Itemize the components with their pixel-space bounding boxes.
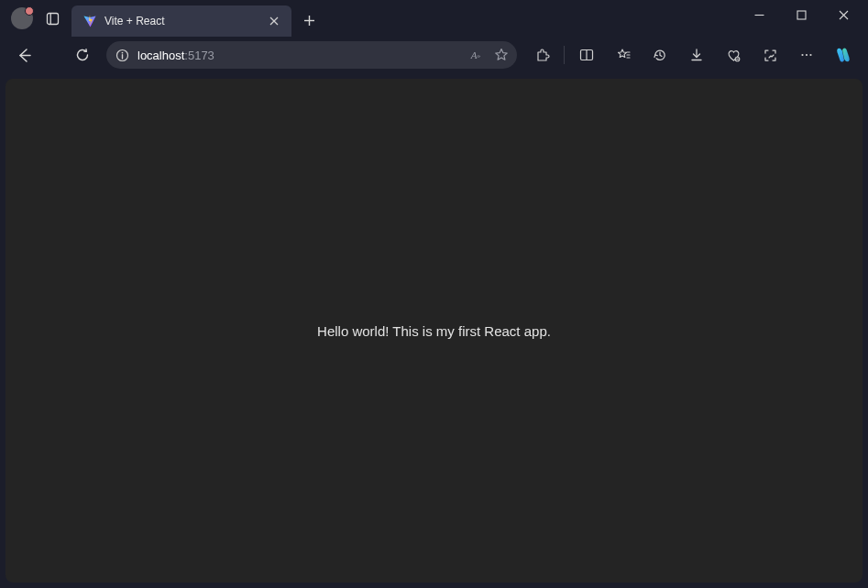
addressbar-right: A» (467, 47, 510, 63)
page-text: Hello world! This is my first React app. (317, 323, 551, 339)
read-aloud-button[interactable]: A» (467, 47, 484, 63)
copilot-icon (833, 45, 853, 65)
titlebar-left (4, 5, 66, 32)
close-window-button[interactable] (822, 0, 864, 29)
profile-avatar[interactable] (11, 7, 33, 29)
split-screen-button[interactable] (569, 40, 604, 70)
content-area: Hello world! This is my first React app. (0, 73, 868, 588)
history-button[interactable] (643, 40, 677, 70)
plus-icon (303, 15, 315, 27)
address-bar[interactable]: localhost:5173 A» (106, 41, 517, 69)
vite-favicon-icon (82, 14, 97, 28)
close-icon (269, 16, 279, 26)
refresh-icon (75, 48, 90, 62)
favorites-button[interactable] (606, 40, 641, 70)
titlebar: Vite + React (0, 0, 868, 37)
history-icon (653, 48, 667, 62)
extensions-icon (534, 48, 550, 63)
settings-menu-button[interactable] (789, 40, 824, 70)
screenshot-icon (763, 48, 778, 63)
svg-point-12 (121, 51, 123, 53)
download-icon (689, 48, 704, 62)
copilot-button[interactable] (826, 40, 861, 70)
screenshot-button[interactable] (753, 40, 787, 70)
toolbar-separator (564, 46, 565, 64)
tab-actions-button[interactable] (38, 5, 66, 32)
split-screen-icon (579, 48, 594, 62)
downloads-button[interactable] (679, 40, 714, 70)
heart-pulse-icon (726, 48, 742, 63)
browser-tab[interactable]: Vite + React (71, 5, 291, 37)
back-button[interactable] (7, 40, 40, 70)
maximize-button[interactable] (780, 0, 822, 29)
url-host: localhost (137, 49, 184, 62)
tab-actions-icon (46, 12, 60, 26)
svg-point-23 (801, 54, 803, 56)
toolbar-right (524, 40, 861, 70)
info-icon (115, 49, 129, 62)
extensions-button[interactable] (524, 40, 559, 70)
webpage: Hello world! This is my first React app. (5, 79, 863, 583)
performance-button[interactable] (716, 40, 751, 70)
url-port: :5173 (184, 49, 214, 62)
minimize-icon (754, 10, 764, 20)
close-icon (839, 10, 849, 20)
more-icon (799, 48, 814, 62)
svg-rect-7 (797, 11, 806, 19)
star-icon (494, 48, 509, 62)
refresh-button[interactable] (66, 40, 99, 70)
svg-point-24 (806, 54, 808, 56)
favorite-button[interactable] (493, 47, 510, 63)
svg-rect-0 (47, 13, 58, 24)
tab-close-button[interactable] (266, 13, 282, 29)
arrow-left-icon (16, 48, 32, 63)
svg-point-25 (809, 54, 811, 56)
tab-title: Vite + React (104, 15, 258, 27)
minimize-button[interactable] (738, 0, 780, 29)
maximize-icon (797, 10, 807, 20)
site-info-button[interactable] (114, 47, 130, 63)
new-tab-button[interactable] (295, 6, 323, 34)
toolbar: localhost:5173 A» (0, 37, 868, 73)
window-controls (738, 0, 864, 37)
favorites-icon (616, 48, 632, 63)
url-text[interactable]: localhost:5173 (137, 49, 460, 62)
